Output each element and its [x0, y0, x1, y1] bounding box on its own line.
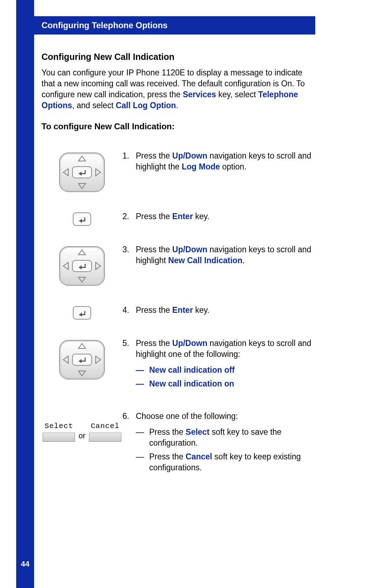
enter-key-icon [73, 306, 91, 320]
select-term: Select [186, 427, 210, 437]
option-on-label: New call indication on [149, 378, 234, 389]
page-number: 44 [16, 556, 34, 572]
step-number: 5. [122, 338, 136, 392]
step-4-icon-cell [42, 305, 122, 320]
steps-list: 1. Press the Up/Down navigation keys to … [42, 150, 316, 476]
step-6-icon-cell: Select or Cancel [42, 411, 122, 442]
cancel-softkey-label: Cancel [91, 421, 120, 431]
step-2-icon-cell [42, 211, 122, 226]
select-softkey: Select [43, 421, 75, 442]
step-body: Press the Up/Down navigation keys to scr… [136, 244, 316, 266]
procedure-subheading: To configure New Call Indication: [42, 121, 316, 132]
svg-rect-6 [72, 167, 91, 178]
step-number: 4. [122, 305, 136, 316]
step-5: 5. Press the Up/Down navigation keys to … [42, 338, 316, 392]
step-4: 4. Press the Enter key. [42, 305, 316, 320]
step-1-text: 1. Press the Up/Down navigation keys to … [122, 150, 316, 172]
select-softkey-label: Select [44, 421, 73, 431]
step-body: Press the Up/Down navigation keys to scr… [136, 150, 316, 172]
updown-term: Up/Down [172, 151, 208, 160]
navpad-icon [58, 152, 106, 193]
step-number: 1. [122, 150, 136, 172]
step-1-icon-cell [42, 150, 122, 193]
step-6-text: 6. Choose one of the following: — Press … [122, 411, 316, 476]
cancel-softkey-button-icon [89, 433, 121, 442]
step-1: 1. Press the Up/Down navigation keys to … [42, 150, 316, 193]
option-off-label: New call indication off [149, 365, 235, 376]
step-body: Press the Enter key. [136, 305, 316, 316]
svg-rect-26 [72, 354, 91, 365]
step-5-text: 5. Press the Up/Down navigation keys to … [122, 338, 316, 392]
step-2: 2. Press the Enter key. [42, 211, 316, 226]
section-header: Configuring Telephone Options [16, 16, 315, 35]
updown-term: Up/Down [172, 339, 208, 348]
step-number: 3. [122, 244, 136, 266]
cancel-term: Cancel [186, 452, 212, 461]
section-title: Configuring New Call Indication [42, 51, 316, 63]
intro-text: key, select [216, 90, 258, 99]
step-2-text: 2. Press the Enter key. [122, 211, 316, 222]
choice-cancel: — Press the Cancel soft key to keep exis… [136, 451, 316, 473]
intro-text: . [176, 101, 178, 110]
enter-term: Enter [172, 305, 193, 315]
step-6: Select or Cancel 6. Choose one of the fo… [42, 411, 316, 476]
page-content: Configuring New Call Indication You can … [42, 51, 316, 476]
dash: — [136, 427, 149, 448]
enter-key-icon [73, 212, 91, 226]
manual-page: Configuring Telephone Options Configurin… [0, 0, 380, 588]
left-blue-stripe [16, 0, 34, 588]
option-on: — New call indication on [136, 378, 316, 389]
softkey-group: Select or Cancel [42, 421, 122, 442]
new-call-indication-term: New Call Indication [168, 256, 242, 265]
dash: — [136, 378, 149, 389]
enter-term: Enter [172, 212, 193, 221]
or-text: or [77, 431, 87, 442]
step-3-text: 3. Press the Up/Down navigation keys to … [122, 244, 316, 266]
step-3: 3. Press the Up/Down navigation keys to … [42, 244, 316, 286]
select-softkey-button-icon [43, 433, 75, 442]
choice-select: — Press the Select soft key to save the … [136, 427, 316, 448]
dash: — [136, 365, 149, 376]
choice-cancel-text: Press the Cancel soft key to keep existi… [149, 451, 316, 473]
option-off: — New call indication off [136, 365, 316, 376]
dash: — [136, 451, 149, 473]
services-key-term: Services [183, 90, 216, 99]
step-body: Press the Enter key. [136, 211, 316, 222]
intro-paragraph: You can configure your IP Phone 1120E to… [42, 67, 316, 111]
step-number: 2. [122, 211, 136, 222]
cancel-softkey: Cancel [89, 421, 121, 442]
logmode-term: Log Mode [182, 162, 220, 171]
navpad-icon [58, 339, 106, 380]
step-3-icon-cell [42, 244, 122, 286]
updown-term: Up/Down [172, 245, 208, 254]
step-5-icon-cell [42, 338, 122, 380]
step-body: Press the Up/Down navigation keys to scr… [136, 338, 316, 392]
option-list: — New call indication off — New call ind… [136, 365, 316, 389]
step-number: 6. [122, 411, 136, 476]
choice-select-text: Press the Select soft key to save the co… [149, 427, 316, 448]
intro-text: , and select [72, 101, 116, 110]
navpad-icon [58, 246, 106, 286]
step-body: Choose one of the following: — Press the… [136, 411, 316, 476]
svg-rect-16 [72, 260, 91, 272]
step-4-text: 4. Press the Enter key. [122, 305, 316, 316]
call-log-option-term: Call Log Option [116, 101, 176, 110]
choice-list: — Press the Select soft key to save the … [136, 427, 316, 473]
